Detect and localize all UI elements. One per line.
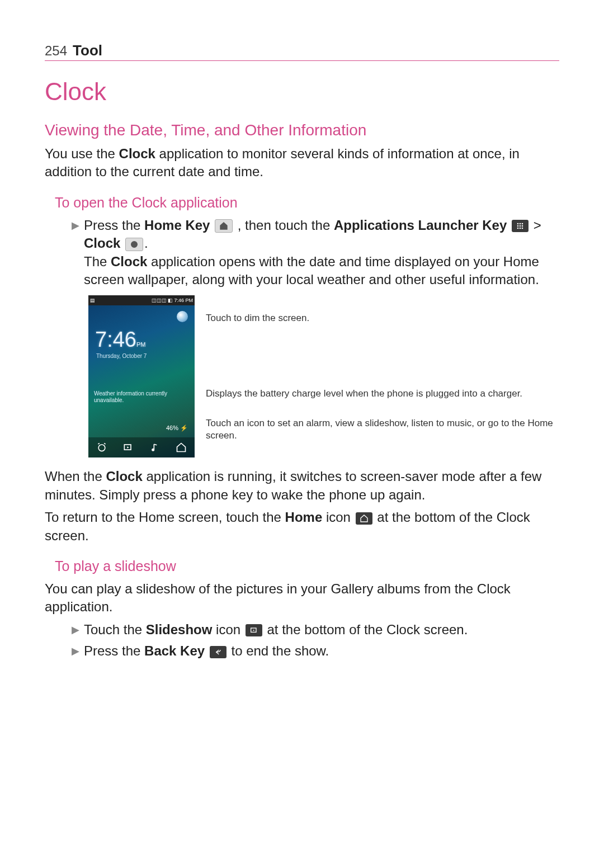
slideshow-icon xyxy=(246,624,262,636)
home-icon xyxy=(176,442,187,453)
header-section-title: Tool xyxy=(73,42,102,59)
back-key-icon xyxy=(210,646,226,658)
svg-point-4 xyxy=(520,225,521,227)
home-icon xyxy=(356,512,372,525)
bullet-arrow-icon: ▶ xyxy=(72,219,79,232)
bullet-arrow-icon: ▶ xyxy=(72,645,79,657)
phone-date: Thursday, October 7 xyxy=(88,352,195,359)
step-open-clock: ▶ Press the Home Key , then touch the Ap… xyxy=(72,216,559,289)
page-number: 254 xyxy=(45,43,67,59)
callout-dim: Touch to dim the screen. xyxy=(206,312,309,324)
svg-point-3 xyxy=(517,225,519,227)
callout-icons: Touch an icon to set an alarm, view a sl… xyxy=(206,417,559,442)
svg-point-7 xyxy=(520,228,521,229)
svg-point-2 xyxy=(522,223,523,225)
page-title: Clock xyxy=(45,78,559,106)
svg-point-8 xyxy=(522,228,523,229)
step-touch-slideshow: ▶ Touch the Slideshow icon at the bottom… xyxy=(72,621,559,639)
svg-point-5 xyxy=(522,225,523,227)
music-icon xyxy=(149,442,161,453)
clock-app-icon xyxy=(125,238,143,251)
intro-paragraph: You use the Clock application to monitor… xyxy=(45,145,559,181)
svg-point-12 xyxy=(152,449,154,451)
svg-point-0 xyxy=(517,223,519,225)
screensaver-paragraph: When the Clock application is running, i… xyxy=(45,468,559,504)
slideshow-icon xyxy=(122,442,134,453)
svg-point-6 xyxy=(517,228,519,229)
svg-point-10 xyxy=(98,445,105,451)
apps-launcher-icon xyxy=(512,220,528,232)
slideshow-intro: You can play a slideshow of the pictures… xyxy=(45,580,559,616)
home-key-icon xyxy=(215,219,233,233)
step-press-back: ▶ Press the Back Key to end the show. xyxy=(72,642,559,660)
subsection-slideshow: To play a slideshow xyxy=(55,558,559,574)
phone-statusbar: ▤ ◫◫◫ ◧ 7:46 PM xyxy=(88,295,195,305)
alarm-icon xyxy=(96,442,107,453)
clock-screenshot-figure: ▤ ◫◫◫ ◧ 7:46 PM 7:46PM Thursday, October… xyxy=(88,295,559,457)
bullet-arrow-icon: ▶ xyxy=(72,624,79,636)
phone-screen: ▤ ◫◫◫ ◧ 7:46 PM 7:46PM Thursday, October… xyxy=(88,295,195,457)
callout-battery: Displays the battery charge level when t… xyxy=(206,388,522,400)
section-heading: Viewing the Date, Time, and Other Inform… xyxy=(45,121,559,139)
phone-weather-text: Weather information currently unavailabl… xyxy=(94,390,195,404)
subsection-open-clock: To open the Clock application xyxy=(55,195,559,211)
return-home-paragraph: To return to the Home screen, touch the … xyxy=(45,508,559,545)
svg-point-1 xyxy=(520,223,521,225)
phone-bottom-bar xyxy=(88,437,195,457)
callouts: Touch to dim the screen. Displays the ba… xyxy=(206,295,559,457)
phone-battery-level: 46% ⚡ xyxy=(166,424,188,432)
page-header: 254 Tool xyxy=(45,42,559,61)
